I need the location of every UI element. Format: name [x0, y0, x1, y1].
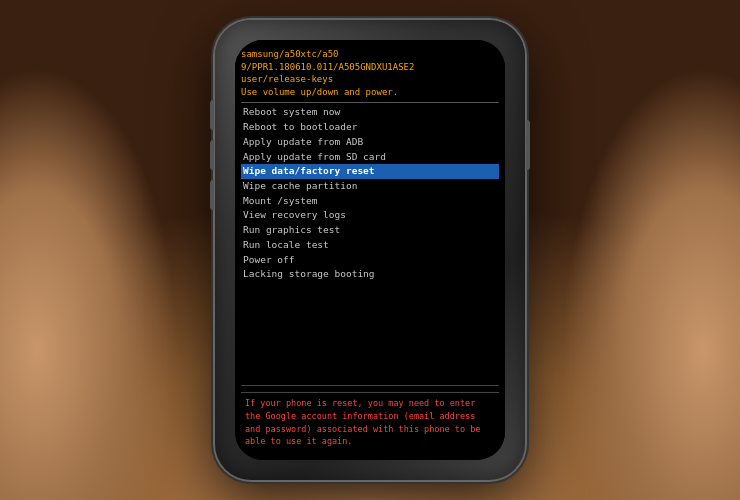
warning-section: If your phone is reset, you may need to …	[241, 392, 499, 452]
header-line-2: 9/PPR1.180610.011/A505GNDXU1ASE2	[241, 61, 499, 74]
header-line-4: Use volume up/down and power.	[241, 86, 499, 99]
menu-item-wipe-cache[interactable]: Wipe cache partition	[241, 179, 499, 194]
volume-down-button	[210, 140, 214, 170]
phone-outer: samsung/a50xtc/a50 9/PPR1.180610.011/A50…	[215, 20, 525, 480]
header-line-1: samsung/a50xtc/a50	[241, 48, 499, 61]
volume-up-button	[210, 100, 214, 130]
menu-item-factory-reset[interactable]: Wipe data/factory reset	[241, 164, 499, 179]
bixby-button	[210, 180, 214, 210]
power-button	[526, 120, 530, 170]
menu-item-mount-system[interactable]: Mount /system	[241, 194, 499, 209]
screen-divider	[241, 385, 499, 386]
phone-bezel: samsung/a50xtc/a50 9/PPR1.180610.011/A50…	[235, 40, 505, 460]
header-line-3: user/release-keys	[241, 73, 499, 86]
recovery-header: samsung/a50xtc/a50 9/PPR1.180610.011/A50…	[241, 48, 499, 103]
menu-item-graphics-test[interactable]: Run graphics test	[241, 223, 499, 238]
menu-item-recovery-logs[interactable]: View recovery logs	[241, 208, 499, 223]
menu-item-reboot-system[interactable]: Reboot system now	[241, 105, 499, 120]
scene: samsung/a50xtc/a50 9/PPR1.180610.011/A50…	[0, 0, 740, 500]
warning-text: If your phone is reset, you may need to …	[245, 397, 495, 448]
menu-item-locale-test[interactable]: Run locale test	[241, 238, 499, 253]
menu-item-adb[interactable]: Apply update from ADB	[241, 135, 499, 150]
menu-item-power-off[interactable]: Power off	[241, 253, 499, 268]
menu-item-reboot-bootloader[interactable]: Reboot to bootloader	[241, 120, 499, 135]
recovery-menu: Reboot system now Reboot to bootloader A…	[241, 105, 499, 383]
menu-item-sd-card[interactable]: Apply update from SD card	[241, 150, 499, 165]
menu-item-lacking-storage[interactable]: Lacking storage booting	[241, 267, 499, 282]
recovery-screen: samsung/a50xtc/a50 9/PPR1.180610.011/A50…	[235, 40, 505, 460]
